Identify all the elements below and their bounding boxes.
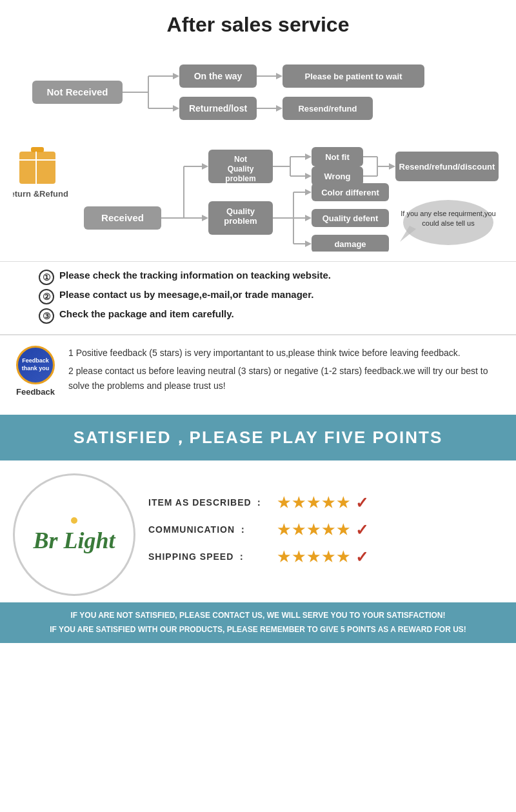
svg-marker-52: [389, 163, 395, 170]
logo-text: Br Light: [33, 527, 115, 554]
svg-text:Wrong: Wrong: [324, 172, 351, 181]
star-2-2: ★: [292, 522, 306, 539]
logo-wrap: Br Light: [33, 515, 115, 554]
svg-text:Not: Not: [234, 155, 247, 164]
star-3-4: ★: [322, 549, 335, 566]
svg-text:Return &Refund: Return &Refund: [13, 189, 68, 199]
svg-marker-8: [173, 105, 179, 112]
page-title: After sales service: [6, 13, 510, 37]
flow-diagram: Not Received On the way Please be patien…: [6, 48, 510, 255]
svg-rect-21: [19, 152, 55, 184]
svg-text:Not fit: Not fit: [325, 152, 350, 162]
ratings-list: ITEM AS DESCRIBED ： ★ ★ ★ ★ ★ ✓ COMMUNIC…: [148, 494, 503, 575]
svg-text:If you any else  requirment,yo: If you any else requirment,you: [401, 210, 495, 217]
feedback-badge: Feedbackthank you: [16, 346, 55, 384]
step-1: ① Please check the tracking information …: [39, 270, 490, 285]
stars-2: ★ ★ ★ ★ ★: [277, 522, 350, 539]
stars-1: ★ ★ ★ ★ ★: [277, 495, 350, 511]
svg-text:Resend/refund/discount: Resend/refund/discount: [399, 162, 495, 172]
svg-marker-63: [305, 215, 312, 221]
step-1-text: Please check the tracking information on…: [59, 270, 331, 281]
star-3-1: ★: [277, 549, 291, 566]
svg-marker-65: [305, 241, 312, 247]
svg-text:Returned/lost: Returned/lost: [189, 103, 248, 114]
svg-text:Please be patient to wait: Please be patient to wait: [305, 72, 403, 81]
svg-text:Not Received: Not Received: [46, 86, 108, 97]
star-3-5: ★: [337, 549, 350, 566]
star-2-1: ★: [277, 522, 291, 539]
step-1-num: ①: [39, 270, 54, 285]
svg-rect-22: [31, 147, 44, 152]
star-1-5: ★: [337, 495, 350, 511]
step-2-text: Please contact us by meesage,e-mail,or t…: [59, 289, 313, 300]
svg-marker-31: [202, 163, 208, 170]
rating-label-3: SHIPPING SPEED ：: [148, 551, 277, 563]
star-2-5: ★: [337, 522, 350, 539]
rating-row-1: ITEM AS DESCRIBED ： ★ ★ ★ ★ ★ ✓: [148, 494, 503, 512]
footer-line-2: IF YOU ARE SATISFIED WITH OUR PRODUCTS, …: [13, 623, 503, 637]
rating-label-2: COMMUNICATION ：: [148, 524, 277, 536]
feedback-icon-wrap: Feedbackthank you Feedback: [13, 346, 58, 397]
svg-marker-12: [276, 73, 283, 79]
svg-marker-41: [305, 153, 312, 160]
svg-text:On the way: On the way: [194, 71, 243, 81]
rating-row-3: SHIPPING SPEED ： ★ ★ ★ ★ ★ ✓: [148, 548, 503, 566]
svg-marker-61: [305, 189, 312, 195]
footer-line-1: IF YOU ARE NOT SATISFIED, PLEASE CONTACT…: [13, 609, 503, 623]
check-1: ✓: [355, 494, 369, 512]
svg-text:damage: damage: [334, 239, 366, 249]
feedback-text-1: 1 Positive feedback (5 stars) is very im…: [68, 346, 503, 360]
svg-text:could alse tell us: could alse tell us: [422, 219, 475, 227]
star-3-3: ★: [307, 549, 321, 566]
step-2: ② Please contact us by meesage,e-mail,or…: [39, 289, 490, 304]
feedback-section: Feedbackthank you Feedback 1 Positive fe…: [0, 334, 516, 406]
svg-text:problem: problem: [225, 174, 255, 183]
bottom-footer: IF YOU ARE NOT SATISFIED, PLEASE CONTACT…: [0, 602, 516, 643]
feedback-label: Feedback: [16, 387, 55, 397]
logo-dot: [71, 517, 77, 524]
svg-marker-18: [276, 105, 283, 112]
rating-row-2: COMMUNICATION ： ★ ★ ★ ★ ★ ✓: [148, 521, 503, 539]
svg-text:Color different: Color different: [321, 188, 379, 197]
star-1-3: ★: [307, 495, 321, 511]
step-3-num: ③: [39, 308, 54, 324]
after-sales-section: After sales service Not Received On the …: [0, 0, 516, 261]
rating-label-1: ITEM AS DESCRIBED ：: [148, 497, 277, 509]
star-1-4: ★: [322, 495, 335, 511]
svg-marker-5: [173, 73, 179, 79]
feedback-text-2: 2 please contact us before leaving neutr…: [68, 364, 503, 393]
step-3-text: Check the package and item carefully.: [59, 308, 234, 319]
star-2-4: ★: [322, 522, 335, 539]
check-2: ✓: [355, 521, 369, 539]
svg-marker-33: [202, 215, 208, 221]
svg-text:Quality defent: Quality defent: [322, 213, 379, 223]
svg-text:Resend/refund: Resend/refund: [298, 104, 357, 114]
svg-text:Received: Received: [101, 212, 144, 223]
star-2-3: ★: [307, 522, 321, 539]
check-3: ✓: [355, 548, 369, 566]
step-3: ③ Check the package and item carefully.: [39, 308, 490, 324]
step-2-num: ②: [39, 289, 54, 304]
svg-text:Quality: Quality: [228, 164, 254, 173]
feedback-text-block: 1 Positive feedback (5 stars) is very im…: [68, 346, 503, 397]
steps-section: ① Please check the tracking information …: [0, 261, 516, 334]
svg-text:Quality: Quality: [226, 206, 255, 216]
svg-text:problem: problem: [224, 216, 257, 226]
rating-section: Br Light ITEM AS DESCRIBED ： ★ ★ ★ ★ ★ ✓…: [0, 460, 516, 602]
logo-circle: Br Light: [13, 473, 135, 596]
star-3-2: ★: [292, 549, 306, 566]
star-1-1: ★: [277, 495, 291, 511]
star-1-2: ★: [292, 495, 306, 511]
svg-marker-43: [305, 173, 312, 179]
stars-3: ★ ★ ★ ★ ★: [277, 549, 350, 566]
satisfied-banner: SATISFIED，PLEASE PLAY FIVE POINTS: [0, 415, 516, 460]
